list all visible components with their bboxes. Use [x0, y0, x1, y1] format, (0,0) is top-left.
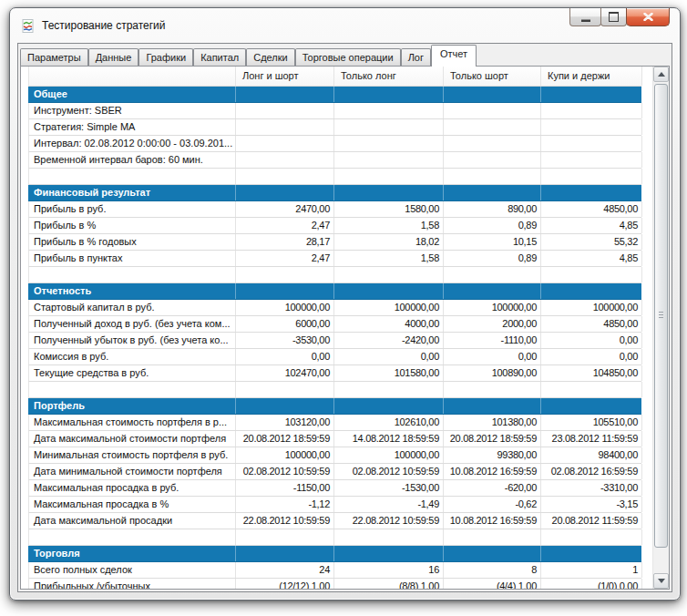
- report-header-row: Лонг и шортТолько лонгТолько шортКупи и …: [28, 67, 641, 87]
- row-value: [236, 119, 334, 135]
- row-value: 1: [541, 562, 642, 578]
- report-row[interactable]: Инструмент: SBER: [28, 103, 641, 119]
- close-icon: [643, 13, 653, 21]
- spacer-row[interactable]: [28, 169, 641, 185]
- minimize-button[interactable]: [569, 8, 601, 26]
- tab-лог[interactable]: Лог: [401, 48, 431, 66]
- tab-параметры[interactable]: Параметры: [20, 48, 88, 66]
- tab-капитал[interactable]: Капитал: [193, 48, 246, 66]
- report-row[interactable]: Максимальная стоимость портфеля в р...10…: [28, 415, 641, 431]
- row-value: [444, 283, 541, 299]
- row-value: [541, 382, 642, 397]
- maximize-button[interactable]: [600, 8, 627, 26]
- spacer-row[interactable]: [28, 382, 641, 398]
- row-value: 1,58: [334, 251, 444, 266]
- report-row[interactable]: Полученный убыток в руб. (без учета ко..…: [28, 333, 641, 349]
- report-row[interactable]: Прибыль в % годовых28,1718,0210,1555,32: [28, 234, 641, 251]
- row-value: [236, 382, 334, 397]
- row-value: [334, 382, 444, 397]
- report-row[interactable]: Дата минимальной стоимости портфеля02.08…: [28, 464, 641, 480]
- report-row[interactable]: Полученный доход в руб. (без учета ком..…: [28, 316, 641, 333]
- report-row[interactable]: Временной интервал баров: 60 мин.: [28, 152, 641, 169]
- scrollbar-thumb[interactable]: [654, 84, 668, 548]
- scroll-down-button[interactable]: [653, 573, 669, 589]
- report-row[interactable]: Максимальная просадка в %-1,12-1,49-0,62…: [28, 497, 641, 513]
- row-value: 18,02: [334, 234, 444, 250]
- report-row[interactable]: Минимальная стоимость портфеля в руб.100…: [28, 447, 641, 464]
- report-row[interactable]: Комиссия в руб.0,000,000,000,00: [28, 349, 641, 365]
- row-value: [236, 267, 334, 282]
- row-value: -3310,00: [541, 480, 642, 496]
- row-value: [334, 119, 444, 135]
- row-value: [444, 169, 541, 184]
- row-label: Минимальная стоимость портфеля в руб.: [29, 447, 236, 463]
- row-value: 105510,00: [541, 415, 642, 430]
- row-value: 104850,00: [541, 365, 642, 381]
- row-value: 4,85: [541, 218, 642, 233]
- minimize-icon: [581, 19, 590, 22]
- tab-сделки[interactable]: Сделки: [246, 48, 295, 66]
- row-value: 0,00: [541, 349, 642, 364]
- row-value: -1150,00: [236, 480, 334, 496]
- row-value: 4850,00: [541, 201, 642, 217]
- spacer-row[interactable]: [28, 267, 641, 283]
- row-value: 6000,00: [236, 316, 334, 332]
- row-value: 10.08.2012 16:59:59: [444, 464, 541, 479]
- row-value: 55,32: [541, 234, 642, 250]
- section-header-row[interactable]: Портфель: [28, 398, 641, 415]
- report-row[interactable]: Всего полных сделок241681: [28, 562, 641, 579]
- row-value: 100890,00: [444, 365, 541, 381]
- scrollbar-track[interactable]: [653, 82, 669, 573]
- section-header-row[interactable]: Финансовый результат: [28, 185, 641, 201]
- row-value: -2420,00: [334, 333, 444, 348]
- row-value: 100000,00: [334, 447, 444, 463]
- row-label: Стратегия: Simple MA: [29, 119, 236, 135]
- row-value: 98400,00: [541, 447, 642, 463]
- report-row[interactable]: Дата максимальной стоимости портфеля20.0…: [28, 431, 641, 447]
- row-label: Текущие средства в руб.: [29, 365, 236, 381]
- row-value: 100000,00: [444, 300, 541, 315]
- close-button[interactable]: [626, 8, 670, 26]
- report-row[interactable]: Дата максимальной просадки22.08.2012 10:…: [28, 513, 641, 529]
- report-row[interactable]: Прибыль в руб.2470,001580,00890,004850,0…: [28, 201, 641, 218]
- report-row[interactable]: Стартовый капитал в руб.100000,00100000,…: [28, 300, 641, 316]
- row-value: (4/4) 1,00: [444, 579, 541, 590]
- row-label: Временной интервал баров: 60 мин.: [29, 152, 236, 168]
- row-value: 24: [236, 562, 334, 578]
- arrow-up-icon: [658, 72, 665, 77]
- report-row[interactable]: Текущие средства в руб.102470,00101580,0…: [28, 365, 641, 382]
- row-label: Инструмент: SBER: [29, 103, 236, 118]
- tab-графики[interactable]: Графики: [138, 48, 193, 66]
- report-grid: Лонг и шортТолько лонгТолько шортКупи и …: [28, 67, 641, 590]
- row-value: (1/0) 0,00: [541, 579, 642, 590]
- report-row[interactable]: Прибыльных /убыточных(12/12) 1,00(8/8) 1…: [28, 579, 641, 590]
- section-header-row[interactable]: Торговля: [28, 546, 641, 562]
- row-value: [541, 398, 642, 414]
- desktop: Тестирование стратегий ПараметрыДанныеГр…: [0, 0, 687, 616]
- tab-отчет[interactable]: Отчет: [431, 45, 477, 67]
- spacer-row[interactable]: [28, 529, 641, 546]
- row-value: 2,47: [236, 251, 334, 266]
- scroll-up-button[interactable]: [653, 67, 669, 82]
- section-header-row[interactable]: Общее: [28, 87, 641, 103]
- row-label: Прибыльных /убыточных: [29, 579, 236, 590]
- row-value: 0,00: [334, 349, 444, 364]
- tab-данные[interactable]: Данные: [88, 48, 139, 66]
- window-controls: [570, 8, 670, 26]
- report-row[interactable]: Максимальная просадка в руб.-1150,00-153…: [28, 480, 641, 497]
- row-value: [334, 267, 444, 282]
- row-value: 102610,00: [334, 415, 444, 430]
- row-value: 0,00: [236, 349, 334, 364]
- row-value: [444, 119, 541, 135]
- report-row[interactable]: Прибыль в пунктах2,471,580,894,85: [28, 251, 641, 267]
- report-row[interactable]: Прибыль в %2,471,580,894,85: [28, 218, 641, 234]
- row-label: Прибыль в пунктах: [29, 251, 236, 266]
- row-value: 1,58: [334, 218, 444, 233]
- report-row[interactable]: Интервал: 02.08.2012 0:00:00 - 03.09.201…: [28, 136, 641, 152]
- section-header-row[interactable]: Отчетность: [28, 283, 641, 300]
- tab-торговые-операции[interactable]: Торговые операции: [295, 48, 401, 66]
- report-row[interactable]: Стратегия: Simple MA: [28, 119, 641, 136]
- row-label: Комиссия в руб.: [29, 349, 236, 364]
- title-bar[interactable]: Тестирование стратегий: [10, 8, 680, 43]
- row-label: Дата максимальной стоимости портфеля: [29, 431, 236, 447]
